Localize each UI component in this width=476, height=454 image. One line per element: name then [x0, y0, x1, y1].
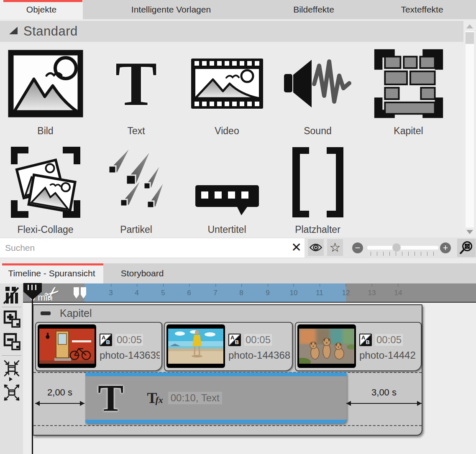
clip-filename: photo-143639 — [100, 349, 160, 361]
ruler-number: 12 — [342, 283, 350, 303]
ruler-number: 3 — [109, 283, 113, 303]
clip-filename: photo-14442 — [359, 349, 416, 361]
scrollbar-track[interactable] — [466, 31, 474, 227]
remove-track-icon — [3, 333, 21, 354]
transition-ab-icon[interactable]: AB — [359, 334, 372, 346]
tab-label: Timeline - Spuransicht — [8, 268, 95, 278]
object-item-partikel[interactable]: Partikel — [91, 142, 182, 239]
gap-before: 2,00 s — [35, 387, 84, 404]
clip-info: AB 00:05 photo-14442 — [359, 324, 416, 369]
object-label: Bild — [37, 125, 53, 137]
app-window: Objekte Intelligente Vorlagen Bildeffekt… — [0, 0, 476, 454]
tab-label: Texteffekte — [401, 5, 443, 15]
timeline-view-tabs: Timeline - Spuransicht Storyboard — [0, 263, 476, 283]
scroll-down-icon[interactable] — [466, 230, 473, 234]
remove-track-button[interactable] — [3, 333, 21, 355]
flexi-collage-icon — [6, 142, 85, 222]
section-title: Standard — [23, 24, 78, 39]
object-label: Text — [127, 125, 145, 137]
tab-intelligente-vorlagen[interactable]: Intelligente Vorlagen — [83, 0, 259, 19]
clip-thumbnail — [166, 324, 225, 368]
toolbar-separator — [2, 355, 21, 356]
gap-duration-label: 3,00 s — [346, 387, 422, 398]
track-options-icon — [3, 286, 19, 304]
transition-ab-icon[interactable]: AB — [228, 334, 241, 346]
ruler-number: 11 — [316, 283, 323, 303]
tab-bildeffekte[interactable]: Bildeffekte — [259, 0, 368, 19]
double-arrow-icon — [346, 403, 422, 404]
scrollbar-thumb[interactable] — [466, 32, 474, 44]
object-item-video[interactable]: Video — [182, 43, 272, 140]
icon-size-slider-thumb[interactable] — [392, 243, 401, 252]
transition-ab-icon[interactable]: AB — [100, 334, 112, 346]
object-item-platzhalter[interactable]: Platzhalter — [272, 142, 363, 239]
tab-label: Intelligente Vorlagen — [131, 5, 211, 15]
object-item-kapitel[interactable]: Kapitel — [363, 43, 454, 140]
gap-after: 3,00 s — [346, 387, 422, 404]
clip-info: AB 00:05 photo-143639 — [100, 324, 160, 369]
clip-thumbnail — [38, 324, 96, 368]
toggle-track-header-button[interactable] — [3, 286, 19, 306]
magnifier-fit-icon — [459, 241, 473, 255]
ruler-number: 14 — [394, 283, 402, 303]
object-item-flexi-collage[interactable]: Flexi-Collage — [0, 142, 91, 239]
section-header-standard[interactable]: Standard — [0, 21, 463, 42]
zoom-out-button[interactable]: − — [352, 242, 363, 253]
zoom-selection-button[interactable] — [3, 359, 20, 384]
timeline-clip[interactable]: AB 00:05 photo-143639 — [35, 322, 162, 371]
clear-search-icon[interactable]: ✕ — [291, 240, 302, 255]
ruler-number: 4 — [135, 283, 138, 303]
icon-size-slider-track[interactable] — [367, 246, 438, 250]
zoom-fit-button[interactable] — [457, 239, 476, 257]
ruler-number: 13 — [368, 283, 376, 303]
timeline-ruler[interactable]: 3 4 5 6 7 8 9 10 11 12 13 14 — [23, 283, 476, 303]
placeholder-icon — [278, 142, 358, 222]
object-label: Flexi-Collage — [17, 224, 73, 235]
ruler-number: 6 — [187, 283, 191, 303]
text-object-selected[interactable]: T Tfx 00:10, Text — [85, 372, 347, 423]
add-track-button[interactable] — [3, 310, 21, 333]
object-item-bild[interactable]: Bild — [0, 43, 91, 140]
text-effect-icon: Tfx — [147, 389, 163, 407]
playhead-line[interactable] — [32, 298, 33, 454]
preview-visibility-button[interactable] — [308, 239, 324, 256]
object-panel-tabs: Objekte Intelligente Vorlagen Bildeffekt… — [0, 0, 476, 19]
scroll-up-icon[interactable] — [466, 24, 473, 28]
tab-texteffekte[interactable]: Texteffekte — [368, 0, 476, 19]
zoom-in-button[interactable]: + — [440, 242, 451, 253]
object-item-text[interactable]: T Text — [91, 43, 182, 140]
clip-duration: 00:05 — [375, 334, 403, 346]
eye-icon — [310, 243, 322, 252]
search-input[interactable] — [0, 238, 305, 258]
timeline-clip[interactable]: AB 00:05 photo-14442 — [295, 322, 422, 371]
object-label: Video — [215, 125, 239, 137]
particle-icon — [97, 142, 176, 222]
image-icon — [6, 43, 85, 124]
ruler-number: 10 — [290, 283, 298, 303]
object-label: Partikel — [120, 224, 152, 235]
timeline-clip[interactable]: AB 00:05 photo-144368 — [164, 322, 293, 371]
subtitle-icon — [187, 142, 267, 222]
tab-label: Objekte — [26, 5, 56, 15]
objects-scrollbar — [463, 21, 476, 237]
ruler-number: 5 — [161, 283, 165, 303]
add-track-icon — [3, 310, 21, 331]
tab-label: Bildeffekte — [293, 5, 334, 15]
insert-position-marker[interactable] — [74, 287, 86, 298]
slider-tick-marks — [371, 252, 438, 256]
tab-objekte[interactable]: Objekte — [0, 0, 83, 19]
object-item-sound[interactable]: Sound — [272, 43, 363, 140]
ruler-number: 8 — [239, 283, 243, 303]
object-item-untertitel[interactable]: Untertitel — [182, 142, 272, 239]
chapter-track-group: Kapitel — [33, 304, 422, 436]
collapse-track-button[interactable] — [41, 311, 51, 315]
search-row: ✕ ☆ − + — [0, 237, 476, 258]
track-header: Kapitel — [33, 305, 422, 321]
clip-info: AB 00:05 photo-144368 — [228, 324, 290, 369]
tab-storyboard[interactable]: Storyboard — [103, 263, 181, 283]
chapter-icon — [369, 43, 448, 124]
collapse-triangle-icon — [9, 27, 18, 34]
clip-filename: photo-144368 — [228, 349, 290, 361]
favorites-button[interactable]: ☆ — [327, 239, 343, 256]
zoom-all-button[interactable] — [3, 383, 20, 405]
